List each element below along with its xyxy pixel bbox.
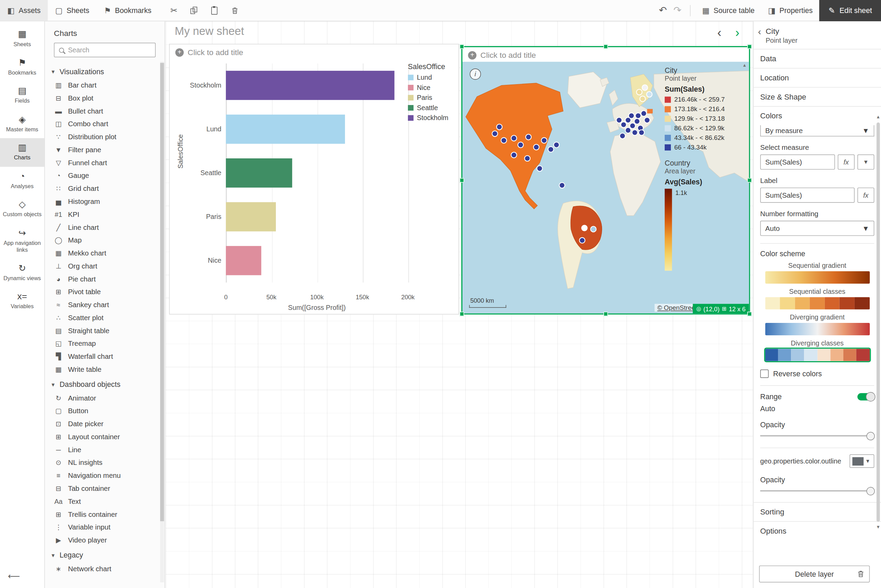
section-sorting[interactable]: Sorting: [753, 502, 881, 521]
chart-type-item[interactable]: ∵ Distribution plot: [45, 130, 165, 143]
chart-type-item[interactable]: ≈ Sankey chart: [45, 298, 165, 311]
rail-item[interactable]: ⚑ Bookmarks: [0, 53, 45, 81]
bar[interactable]: [226, 246, 261, 275]
dashboard-object-item[interactable]: ≡ Navigation menu: [45, 469, 165, 482]
paste-icon[interactable]: [207, 3, 222, 18]
back-icon[interactable]: ‹: [758, 26, 761, 38]
diverging-gradient-swatch[interactable]: [765, 323, 869, 335]
toolbar-tab[interactable]: ◧ Assets: [0, 0, 48, 21]
redo-icon[interactable]: ↷: [670, 3, 685, 18]
dashboard-object-item[interactable]: ─ Line: [45, 443, 165, 456]
legacy-item[interactable]: ∗ Network chart: [45, 562, 165, 575]
reverse-colors-checkbox[interactable]: [760, 369, 769, 378]
map-viewport[interactable]: i ▲ City Point layer Sum(Sales) 216.46k …: [462, 62, 749, 314]
resize-handle[interactable]: [460, 312, 464, 316]
chart-type-item[interactable]: ⊥ Org chart: [45, 260, 165, 273]
resize-handle[interactable]: [460, 178, 464, 182]
chart-type-item[interactable]: ▦ Write table: [45, 363, 165, 376]
resize-handle[interactable]: [747, 312, 752, 316]
rail-item[interactable]: ◇ Custom objects: [0, 195, 45, 224]
copy-icon[interactable]: [187, 3, 201, 18]
sequential-gradient-swatch[interactable]: [765, 271, 869, 284]
opacity-slider[interactable]: [760, 432, 874, 441]
number-formatting-dropdown[interactable]: Auto ▼: [760, 220, 874, 236]
measure-dropdown-button[interactable]: ▼: [857, 154, 874, 170]
scroll-up-icon[interactable]: ▲: [875, 115, 881, 120]
dashboard-object-item[interactable]: ⊞ Layout container: [45, 430, 165, 443]
bar[interactable]: [226, 202, 276, 231]
panel-scrollbar[interactable]: [160, 62, 164, 582]
chart-type-item[interactable]: #1 KPI: [45, 208, 165, 221]
source-table-button[interactable]: ▦ Source table: [696, 0, 761, 21]
legend-item[interactable]: Stockholm: [408, 114, 456, 122]
section-location[interactable]: Location: [753, 68, 881, 87]
bar[interactable]: [226, 158, 292, 188]
scrollbar-thumb[interactable]: [876, 123, 880, 522]
chart-type-item[interactable]: ▤ Straight table: [45, 324, 165, 337]
rail-item[interactable]: ▦ Sheets: [0, 25, 45, 53]
info-icon[interactable]: i: [470, 68, 481, 80]
previous-sheet-icon[interactable]: ‹: [717, 26, 722, 41]
properties-scrollbar[interactable]: ▲ ▼: [875, 115, 881, 530]
chart-type-item[interactable]: ◱ Treemap: [45, 337, 165, 350]
range-toggle[interactable]: [857, 393, 874, 400]
properties-button[interactable]: ◨ Properties: [761, 0, 819, 21]
chart-type-item[interactable]: ▥ Bar chart: [45, 79, 165, 92]
resize-handle[interactable]: [603, 45, 608, 49]
toolbar-tab[interactable]: ▢ Sheets: [48, 0, 96, 21]
map-title-placeholder[interactable]: + Click to add title: [462, 47, 749, 63]
rail-item[interactable]: ▤ Fields: [0, 81, 45, 110]
edit-sheet-button[interactable]: ✎ Edit sheet: [819, 0, 881, 21]
rail-item[interactable]: ◈ Master items: [0, 110, 45, 138]
dashboard-object-item[interactable]: ▶ Video player: [45, 534, 165, 547]
legend-item[interactable]: Lund: [408, 74, 456, 81]
color-mode-dropdown[interactable]: By measure ▼: [760, 125, 874, 136]
chart-type-item[interactable]: ⊟ Box plot: [45, 92, 165, 105]
bar[interactable]: [226, 115, 345, 144]
chart-type-item[interactable]: ▦ Mekko chart: [45, 247, 165, 260]
chart-type-item[interactable]: ◕ Pie chart: [45, 272, 165, 285]
measure-input[interactable]: [760, 154, 835, 170]
resize-handle[interactable]: [747, 178, 752, 182]
label-input[interactable]: [760, 188, 855, 202]
legend-item[interactable]: Nice: [408, 84, 456, 92]
section-dashboard-objects[interactable]: ▼ Dashboard objects: [45, 376, 165, 392]
legend-item[interactable]: Paris: [408, 94, 456, 102]
dashboard-object-item[interactable]: ⊡ Date picker: [45, 417, 165, 430]
resize-handle[interactable]: [603, 312, 608, 316]
map-object-selected[interactable]: + Click to add title: [462, 46, 750, 315]
chart-type-item[interactable]: ∴ Scatter plot: [45, 311, 165, 324]
section-visualizations[interactable]: ▼ Visualizations: [45, 63, 165, 79]
diverging-classes-swatch[interactable]: [765, 349, 869, 361]
scroll-down-icon[interactable]: ▼: [875, 525, 881, 530]
chart-type-item[interactable]: ▬ Bullet chart: [45, 104, 165, 117]
chart-type-item[interactable]: ⊞ Pivot table: [45, 285, 165, 298]
section-size-shape[interactable]: Size & Shape: [753, 87, 881, 106]
chart-type-item[interactable]: ▅ Histogram: [45, 195, 165, 208]
dashboard-object-item[interactable]: ⊙ NL insights: [45, 456, 165, 469]
chart-type-item[interactable]: ╱ Line chart: [45, 220, 165, 234]
section-colors[interactable]: Colors: [753, 106, 881, 125]
delete-icon[interactable]: [227, 3, 242, 18]
rail-item[interactable]: ◔ Analyses: [0, 166, 45, 195]
bar[interactable]: [226, 71, 394, 100]
chart-type-item[interactable]: ▜ Waterfall chart: [45, 350, 165, 363]
dashboard-object-item[interactable]: ▢ Button: [45, 404, 165, 417]
rail-item[interactable]: x= Variables: [0, 287, 45, 315]
rail-item[interactable]: ↪ App navigation links: [0, 224, 45, 259]
sheet-canvas[interactable]: My new sheet ‹ › + Click to add title Sa…: [166, 21, 753, 588]
section-options[interactable]: Options: [753, 521, 881, 540]
sequential-classes-swatch[interactable]: [765, 297, 869, 310]
section-legacy[interactable]: ▼ Legacy: [45, 547, 165, 562]
dashboard-object-item[interactable]: Aa Text: [45, 495, 165, 508]
sheet-title[interactable]: My new sheet: [175, 25, 244, 38]
dashboard-object-item[interactable]: ⊟ Tab container: [45, 482, 165, 495]
undo-icon[interactable]: ↶: [655, 3, 670, 18]
outline-color-dropdown[interactable]: ▼: [849, 454, 874, 468]
next-sheet-icon[interactable]: ›: [735, 26, 739, 41]
rail-item[interactable]: ▥ Charts: [0, 138, 45, 166]
section-data[interactable]: Data: [753, 49, 881, 68]
chart-type-item[interactable]: ◔ Gauge: [45, 169, 165, 182]
bar-chart-title-placeholder[interactable]: + Click to add title: [170, 45, 459, 60]
chart-type-item[interactable]: ◫ Combo chart: [45, 117, 165, 130]
